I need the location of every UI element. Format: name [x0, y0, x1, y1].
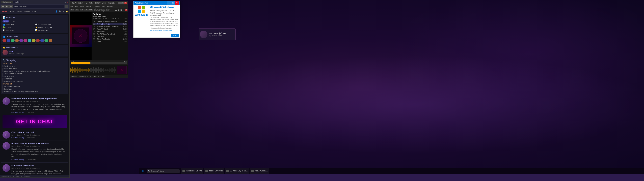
read-more-link[interactable]: Continue reading [12, 112, 24, 113]
svg-text:⚔: ⚔ [120, 68, 123, 71]
online-users-title: 👥 Online Users [2, 35, 67, 38]
post-title[interactable]: PUBLIC SERVICE ANNOUNCEMENT [12, 142, 67, 145]
svg-rect-131 [112, 69, 112, 71]
browser-tab-inactive[interactable]: Kazimatsuri [1, 1, 12, 3]
extensions-button[interactable]: ⋮ [65, 5, 68, 8]
svg-rect-121 [108, 70, 109, 70]
titlebar-minimize[interactable]: ─ [64, 1, 65, 3]
get-in-chat-text: GET IN CHAT [6, 118, 64, 125]
svg-rect-103 [102, 69, 103, 71]
menu-playback[interactable]: Playback [86, 6, 92, 7]
win10-maximize-button[interactable]: □ [171, 1, 175, 5]
track-row[interactable]: 03.The Golden Walls Of Heaven5:22 [92, 25, 127, 28]
win10-license-link[interactable]: Microsoft Software License Terms [150, 30, 172, 31]
svg-rect-119 [108, 69, 108, 71]
post-title[interactable]: Chat is here... sort of! [12, 131, 67, 134]
win-minimize-music[interactable]: ▬ [115, 9, 117, 11]
changelog-item: Restarting. [2, 88, 67, 90]
posts-label: Posts [38, 29, 43, 31]
menu-library[interactable]: Library [94, 6, 100, 7]
win10-ok-button[interactable]: OK [171, 34, 179, 37]
toolbar-art[interactable]: ART [88, 9, 93, 11]
svg-rect-35 [80, 68, 80, 72]
track-row[interactable]: 05.Holocaust3:24 [92, 30, 127, 33]
site-logo[interactable]: flashii [2, 10, 7, 12]
nav-home[interactable]: Home [10, 10, 14, 12]
titlebar-maximize[interactable]: □ [66, 1, 66, 3]
toolbar-inf[interactable]: INF [80, 9, 84, 11]
svg-rect-74 [93, 70, 93, 71]
track-row[interactable]: 07.Dies Irae3:12 [92, 35, 127, 38]
post-avatar: F [2, 131, 10, 138]
win10-about-dialog: About Windows ─ □ ✕ Windows 10 Microsoft… [133, 1, 180, 38]
read-more-link[interactable]: Continue reading [12, 137, 24, 138]
taskbar-start-button[interactable]: ⊞ [140, 168, 146, 174]
track-row[interactable]: 01.Odens Ride Over Nordland2:09 [92, 20, 127, 23]
track-row[interactable]: 02.A Fine Day To Die8:35 [92, 23, 127, 25]
win-next-music[interactable]: ▶▶ [121, 9, 124, 11]
taskbar-search[interactable]: 🔍 Search Windows [146, 169, 180, 173]
changelog-date: 2019-12-31 [2, 83, 67, 85]
toolbar-lys[interactable]: LYS [75, 9, 79, 11]
taskbar-app-icon [226, 170, 229, 172]
album-title: Blood Fire Death [92, 16, 127, 18]
browser-tab-active[interactable]: flashii [13, 1, 20, 3]
post-item: F Downtime 2019-04-30 flash • General • … [1, 162, 68, 175]
svg-rect-127 [110, 69, 111, 71]
toolbar-bio[interactable]: BIO [70, 9, 74, 11]
win-close-music[interactable]: ✕ [125, 9, 128, 11]
refresh-button[interactable]: ↺ [9, 5, 12, 8]
stats-grid: 👥 Users 145 💬 Comments 156 🟢 Online 11 ⚡… [2, 24, 67, 31]
menu-edit[interactable]: Edit [75, 6, 78, 7]
win10-close-button[interactable]: ✕ [175, 1, 179, 5]
progress-bar-container[interactable] [71, 62, 127, 64]
post-avatar: F [2, 164, 10, 172]
active-badge: Active [2, 20, 9, 22]
music-maximize-button[interactable]: □ [122, 2, 124, 4]
win-prev-music[interactable]: ◀◀ [118, 9, 120, 11]
read-more-link[interactable]: Continue reading [12, 159, 24, 161]
menu-help[interactable]: Help [102, 6, 105, 7]
music-status-bar: Bathory - A Fine Day To Die - Blood Fire… [70, 75, 128, 78]
online-label: Online [6, 26, 11, 28]
svg-rect-115 [106, 70, 107, 70]
menu-playlists[interactable]: Playlists [107, 6, 113, 7]
toolbar-ue[interactable]: UE [84, 9, 88, 11]
taskbar-app[interactable]: TweetDeck - Gleethe [181, 168, 204, 174]
get-in-chat-banner[interactable]: GET IN CHAT [2, 115, 67, 128]
taskbar-app[interactable]: About (Window... [250, 168, 269, 174]
svg-rect-90 [98, 69, 98, 72]
new-tab-button[interactable]: + [21, 1, 22, 3]
music-close-button[interactable]: ✕ [124, 2, 127, 4]
svg-rect-55 [86, 69, 86, 72]
nav-forum[interactable]: Forum [24, 10, 30, 12]
search-icon[interactable]: 🔍 [59, 10, 62, 12]
svg-rect-87 [97, 69, 97, 71]
nav-chat[interactable]: Chat [32, 10, 36, 12]
track-row[interactable]: 06.For All Those Who Died4:35 [92, 33, 127, 35]
menu-view[interactable]: View [80, 6, 84, 7]
titlebar-close[interactable]: ✕ [67, 1, 68, 3]
post-actions: Continue reading 1 comment [12, 112, 67, 113]
nav-news[interactable]: News [17, 10, 22, 12]
taskbar-app[interactable]: flashii - Chromium [204, 168, 224, 174]
post-title[interactable]: Followup announcement regarding the chat [12, 97, 67, 100]
menu-file[interactable]: File [70, 6, 73, 7]
back-button[interactable]: ◀ [1, 5, 4, 8]
online-users-label: Online Users [6, 35, 18, 38]
notifications-icon[interactable]: 🔔 [66, 10, 68, 12]
forward-button[interactable]: ▶ [5, 5, 8, 8]
post-title[interactable]: Downtime 2019-04-30 [12, 164, 67, 167]
changelog-icon: 🔧 [2, 59, 5, 62]
track-duration: 5:22 [124, 26, 126, 28]
comments-value: 156 [48, 24, 51, 26]
win10-minimize-button[interactable]: ─ [167, 1, 171, 5]
music-minimize-button[interactable]: ─ [118, 2, 121, 4]
settings-icon[interactable]: ⚙ [63, 10, 64, 12]
track-row[interactable]: 04.Pace 'Til Death5:39 [92, 28, 127, 30]
user-icon[interactable]: 👤 [55, 10, 58, 12]
taskbar-app[interactable]: 02. A Fine Day To Die... [225, 168, 249, 174]
address-bar[interactable]: https://flashii.net/ [13, 5, 64, 8]
track-row[interactable]: 08.Blood Fire Death13:29 [92, 38, 127, 40]
track-row[interactable]: 09.Outro2:38 [92, 40, 127, 43]
